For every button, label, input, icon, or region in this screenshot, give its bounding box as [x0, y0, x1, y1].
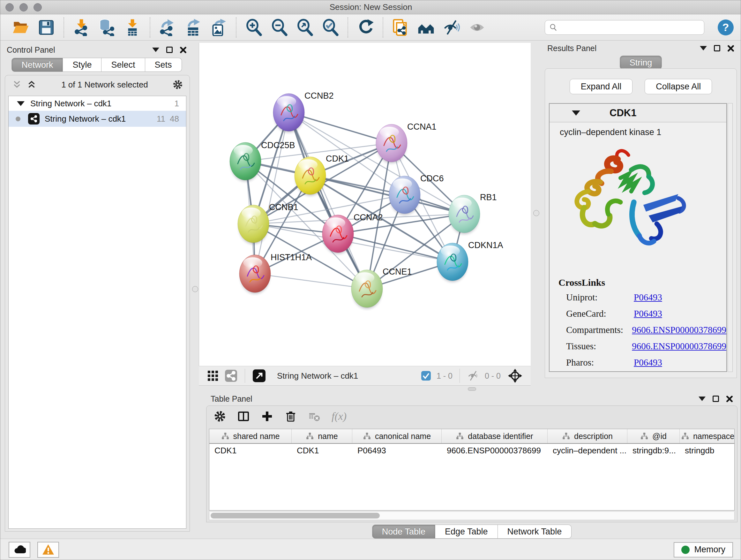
- apply-layout-button[interactable]: [356, 18, 375, 37]
- scrollbar-thumb[interactable]: [211, 513, 380, 518]
- panel-close-icon[interactable]: [726, 395, 733, 402]
- zoom-selected-button[interactable]: [321, 18, 340, 37]
- tab-network[interactable]: Network: [11, 58, 63, 72]
- selected-checkbox-icon[interactable]: [421, 371, 431, 381]
- memory-button[interactable]: Memory: [674, 542, 733, 557]
- cloud-status-button[interactable]: [9, 542, 30, 558]
- network-node-rb1[interactable]: RB1: [449, 192, 497, 234]
- column-header-canonical-name[interactable]: canonical name: [352, 429, 442, 443]
- cell-database-identifier[interactable]: 9606.ENSP00000378699: [442, 446, 548, 455]
- tab-edge-table[interactable]: Edge Table: [435, 524, 498, 539]
- tab-node-table[interactable]: Node Table: [372, 524, 435, 539]
- tab-network-table[interactable]: Network Table: [498, 524, 572, 539]
- tab-select[interactable]: Select: [102, 58, 145, 72]
- gear-icon[interactable]: [172, 79, 183, 90]
- warnings-button[interactable]: [37, 542, 59, 558]
- cell-namespace[interactable]: stringdb: [680, 446, 735, 455]
- zoom-in-button[interactable]: [245, 18, 263, 37]
- column-header-namespace[interactable]: namespace: [680, 429, 735, 443]
- zoom-out-button[interactable]: [270, 18, 288, 37]
- table-horizontal-scrollbar[interactable]: [209, 512, 735, 520]
- status-bar: Memory: [0, 539, 741, 560]
- search-input[interactable]: [560, 23, 700, 32]
- crosslink-link[interactable]: P06493: [634, 357, 662, 368]
- network-node-ccne1[interactable]: CCNE1: [351, 267, 412, 308]
- network-node-ccnb2[interactable]: CCNB2: [273, 91, 334, 132]
- network-share-icon[interactable]: [225, 370, 237, 382]
- pan-crosshair-icon[interactable]: [508, 368, 522, 383]
- results-scrollbar[interactable]: [728, 103, 733, 372]
- network-node-cdc6[interactable]: CDC6: [389, 174, 444, 214]
- network-canvas[interactable]: CCNB2CCNA1CDC25BCDK1CDC6RB1CCNB1CCNA2CDK…: [199, 43, 531, 366]
- network-row[interactable]: String Network – cdk1 11 48: [9, 111, 186, 127]
- show-hidden-button[interactable]: [468, 18, 486, 37]
- open-session-button[interactable]: [11, 18, 30, 37]
- table-settings-gear-icon[interactable]: [213, 410, 226, 423]
- panel-float-icon[interactable]: [713, 395, 719, 402]
- network-node-cdkn1a[interactable]: CDKN1A: [437, 240, 503, 282]
- panel-menu-icon[interactable]: [698, 396, 705, 401]
- zoom-fit-button[interactable]: [295, 18, 314, 37]
- cell-name[interactable]: CDK1: [292, 446, 352, 455]
- cell-shared-name[interactable]: CDK1: [209, 446, 292, 455]
- network-collection-row[interactable]: String Network – cdk1 1: [9, 96, 186, 111]
- network-node-hist1h1a[interactable]: HIST1H1A: [239, 253, 312, 294]
- show-all-networks-button[interactable]: [417, 18, 435, 37]
- collapse-all-button[interactable]: Collapse All: [645, 79, 712, 94]
- import-table-button[interactable]: [123, 18, 142, 37]
- horizontal-splitter-handle[interactable]: [468, 387, 476, 391]
- node-label-cdc6: CDC6: [420, 174, 444, 183]
- toolbar-separator: [347, 17, 348, 38]
- table-row[interactable]: CDK1 CDK1 P06493 9606.ENSP00000378699 cy…: [209, 444, 734, 457]
- column-type-icon: [363, 432, 371, 440]
- panel-menu-icon[interactable]: [152, 48, 159, 52]
- tab-style[interactable]: Style: [63, 58, 102, 72]
- expand-all-button[interactable]: Expand All: [569, 79, 633, 94]
- gene-card-header[interactable]: CDK1: [549, 104, 726, 122]
- panel-close-icon[interactable]: [180, 46, 187, 53]
- delete-column-icon[interactable]: [284, 410, 297, 423]
- collapse-all-icon[interactable]: [11, 79, 22, 90]
- import-network-button[interactable]: [72, 18, 91, 37]
- select-columns-icon[interactable]: [237, 410, 250, 423]
- panel-float-icon[interactable]: [166, 47, 173, 53]
- column-header-database-identifier[interactable]: database identifier: [442, 429, 548, 443]
- export-network-button[interactable]: [158, 18, 177, 37]
- hide-selected-button[interactable]: [442, 18, 461, 37]
- collapse-triangle-icon[interactable]: [572, 111, 580, 116]
- save-session-button[interactable]: [37, 18, 56, 37]
- grid-view-icon[interactable]: [207, 370, 219, 381]
- left-splitter-handle[interactable]: [192, 286, 198, 292]
- add-column-icon[interactable]: [261, 410, 273, 423]
- right-splitter-handle[interactable]: [533, 210, 539, 216]
- export-image-button[interactable]: [209, 18, 228, 37]
- cell-id[interactable]: stringdb:9...: [627, 446, 680, 455]
- cloud-icon: [13, 543, 26, 556]
- network-graph[interactable]: CCNB2CCNA1CDC25BCDK1CDC6RB1CCNB1CCNA2CDK…: [199, 43, 531, 366]
- help-button[interactable]: ?: [718, 19, 734, 36]
- tab-string[interactable]: String: [620, 56, 662, 70]
- birdseye-view-icon[interactable]: [253, 369, 266, 382]
- cell-canonical-name[interactable]: P06493: [352, 446, 442, 455]
- crosslink-link[interactable]: P06493: [634, 308, 662, 319]
- toolbar-separator: [150, 17, 150, 38]
- network-node-ccnb1[interactable]: CCNB1: [238, 202, 298, 244]
- crosslink-link[interactable]: P06493: [634, 292, 662, 303]
- network-node-cdk1[interactable]: CDK1: [294, 154, 349, 195]
- expand-all-icon[interactable]: [26, 79, 37, 90]
- cell-description[interactable]: cyclin–dependent ...: [548, 446, 627, 455]
- panel-close-icon[interactable]: [727, 45, 734, 52]
- tab-sets[interactable]: Sets: [145, 58, 182, 72]
- crosslink-link[interactable]: 9606.ENSP00000378699: [632, 341, 726, 352]
- column-header-name[interactable]: name: [292, 429, 352, 443]
- clone-network-button[interactable]: [391, 18, 410, 37]
- panel-float-icon[interactable]: [714, 45, 720, 51]
- crosslink-link[interactable]: 9606.ENSP00000378699: [632, 325, 726, 335]
- export-table-button[interactable]: [184, 18, 202, 37]
- column-header-shared-name[interactable]: shared name: [209, 429, 292, 443]
- import-network-from-database-button[interactable]: [98, 18, 116, 37]
- panel-menu-icon[interactable]: [700, 46, 707, 51]
- column-header-description[interactable]: description: [548, 429, 627, 443]
- collapse-triangle-icon[interactable]: [17, 101, 24, 106]
- column-header-id[interactable]: @id: [627, 429, 680, 443]
